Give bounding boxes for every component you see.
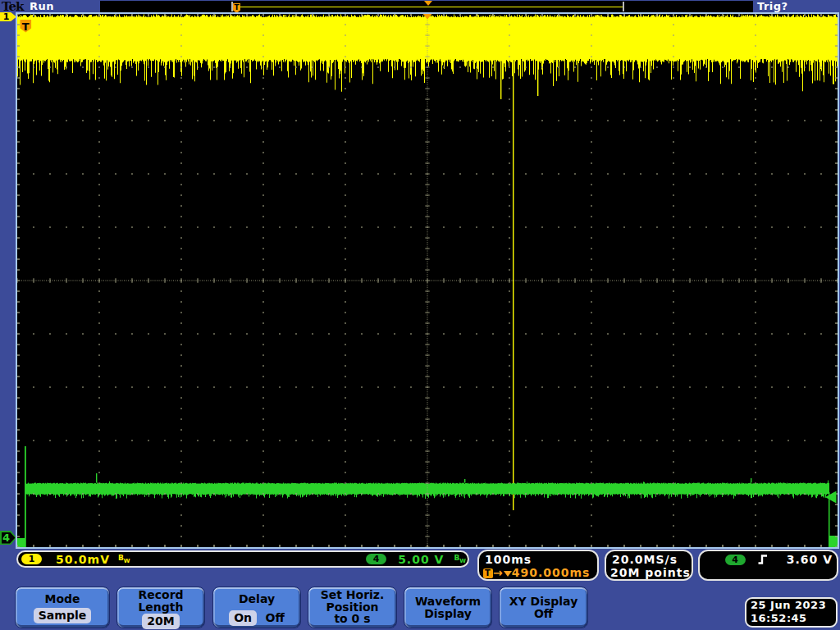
mode-value-chip[interactable]: Sample (34, 608, 91, 623)
ch1-flag-label: 1 (0, 12, 12, 21)
record-length-label-2: Length (117, 601, 204, 614)
record-window-line (240, 7, 623, 7)
xy-display-label: XY Display (500, 596, 587, 608)
grid-dots (17, 14, 838, 547)
ch1-position-marker[interactable]: 1 (0, 12, 16, 21)
mode-label: Mode (16, 593, 109, 605)
ch4-badge: 4 (366, 554, 386, 564)
set-horiz-label-1: Set Horiz. (308, 589, 396, 601)
xy-display-value: Off (500, 608, 587, 620)
record-window-left-bracket[interactable] (231, 2, 233, 11)
ch4-position-marker[interactable]: 4 (0, 531, 16, 545)
horizontal-readout-box: 100ms T→490.000ms (477, 550, 599, 581)
menu-button-record-length[interactable]: Record Length 20M (116, 587, 205, 628)
delay-on-option[interactable]: On (229, 610, 257, 626)
graticule-display: T (16, 12, 839, 549)
record-length-value-chip[interactable]: 20M (142, 614, 179, 629)
ch4-bandwidth-icon: BW (454, 554, 466, 564)
trigger-position-marker-label[interactable]: T (22, 21, 30, 33)
rising-edge-icon (757, 554, 769, 565)
menu-button-waveform-display[interactable]: Waveform Display (404, 587, 492, 628)
channel-readout-box: 1 50.0mV BW 4 5.00 V BW (16, 550, 469, 568)
trigger-status: Trig? (757, 0, 788, 12)
acquisition-readout-box: 20.0MS/s 20M points (605, 550, 693, 581)
set-horiz-label-3: to 0 s (308, 613, 396, 625)
date-readout: 25 Jun 2023 (751, 599, 836, 612)
set-horiz-label-2: Position (308, 601, 396, 614)
trigger-level-readout: 3.60 V (787, 553, 833, 566)
menu-button-delay[interactable]: Delay On Off (212, 587, 301, 628)
delay-label: Delay (213, 593, 300, 605)
ch4-scale-readout: 5.00 V (398, 553, 444, 566)
waveform-svg: T (17, 14, 838, 547)
delay-arrow-icon (504, 571, 512, 577)
menu-button-mode[interactable]: Mode Sample (15, 587, 110, 628)
ch1-bandwidth-icon: BW (118, 554, 130, 564)
record-length-label-1: Record (117, 589, 204, 601)
top-status-bar: Tek Run T Trig? (0, 0, 840, 13)
datetime-box: 25 Jun 2023 16:52:45 (745, 597, 838, 628)
record-length-readout: 20M points (610, 566, 691, 579)
trigger-source-badge: 4 (725, 555, 746, 565)
delay-off-option[interactable]: Off (266, 611, 285, 624)
waveform-display-label-1: Waveform (404, 596, 491, 608)
acquisition-status: Run (30, 0, 54, 12)
menu-button-set-horizontal-position[interactable]: Set Horiz. Position to 0 s (308, 587, 397, 628)
record-view-bar: T (100, 1, 753, 12)
ch1-badge: 1 (21, 554, 42, 564)
ch4-flag-label: 4 (0, 531, 12, 545)
horizontal-delay: T→490.000ms (483, 566, 590, 579)
record-window-right-bracket[interactable] (623, 2, 624, 11)
sample-rate-readout: 20.0MS/s (612, 553, 678, 566)
delay-trigger-icon: T (483, 568, 493, 578)
menu-button-xy-display[interactable]: XY Display Off (499, 587, 588, 628)
trigger-readout-box: 4 3.60 V (698, 550, 838, 581)
ch1-scale-readout: 50.0mV (56, 553, 110, 566)
record-expansion-marker[interactable] (424, 1, 432, 6)
horizontal-scale: 100ms (485, 553, 532, 566)
time-readout: 16:52:45 (751, 612, 836, 625)
waveform-display-label-2: Display (404, 608, 491, 620)
